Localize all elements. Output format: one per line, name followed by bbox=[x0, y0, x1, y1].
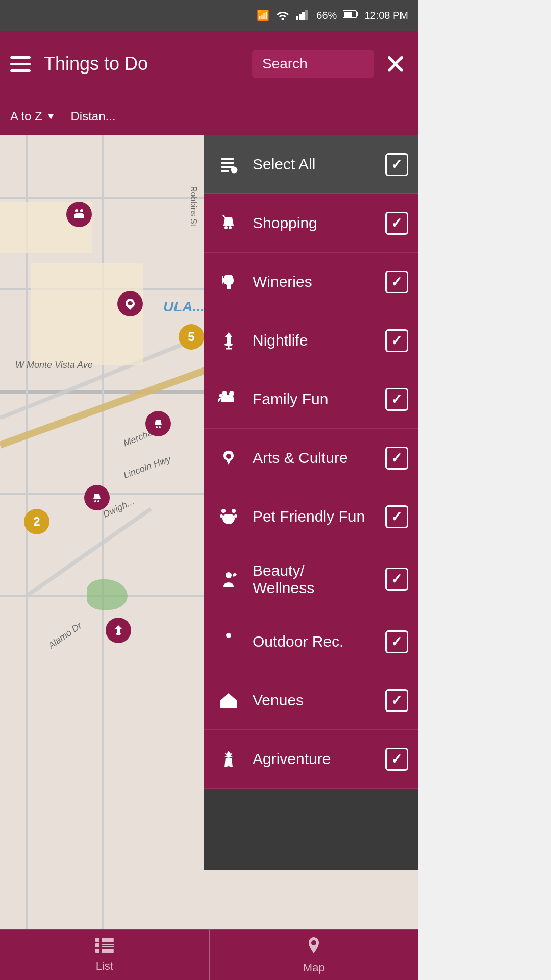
sort-bar: A to Z ▼ Distan... bbox=[0, 97, 418, 135]
page-title: Things to Do bbox=[44, 53, 244, 75]
arts-culture-checkbox[interactable] bbox=[385, 447, 408, 470]
svg-rect-15 bbox=[221, 158, 234, 160]
dropdown-item-agriventure[interactable]: Agriventure bbox=[204, 730, 418, 789]
outdoor-rec-checkbox[interactable] bbox=[385, 630, 408, 653]
pet-friendly-icon bbox=[214, 503, 242, 531]
svg-point-21 bbox=[229, 226, 232, 229]
agriventure-icon bbox=[214, 745, 242, 773]
nightlife-label: Nightlife bbox=[253, 332, 375, 349]
select-all-icon bbox=[214, 151, 242, 179]
map-pin-nightlife[interactable] bbox=[106, 618, 131, 643]
svg-point-10 bbox=[156, 426, 158, 428]
nightlife-checkbox[interactable] bbox=[385, 329, 408, 352]
family-fun-checkbox[interactable] bbox=[385, 388, 408, 411]
bottom-navigation: List Map bbox=[0, 929, 418, 980]
svg-point-14 bbox=[116, 633, 121, 635]
svg-rect-6 bbox=[344, 12, 352, 17]
map-icon bbox=[306, 936, 322, 958]
svg-rect-42 bbox=[102, 938, 114, 940]
svg-point-28 bbox=[226, 454, 231, 459]
select-all-label: Select All bbox=[253, 156, 375, 173]
battery-text: 66% bbox=[316, 10, 337, 21]
map-pin-shopping[interactable] bbox=[145, 411, 171, 436]
dropdown-item-family-fun[interactable]: Family Fun bbox=[204, 370, 418, 429]
svg-rect-44 bbox=[95, 943, 99, 947]
agriventure-checkbox[interactable] bbox=[385, 748, 408, 771]
svg-rect-37 bbox=[226, 704, 229, 708]
dropdown-item-beauty-wellness[interactable]: Beauty/ Wellness bbox=[204, 546, 418, 612]
venues-label: Venues bbox=[253, 692, 375, 709]
list-icon bbox=[95, 938, 114, 957]
map-pin-5[interactable]: 5 bbox=[179, 324, 204, 350]
tab-map[interactable]: Map bbox=[210, 929, 419, 980]
outdoor-rec-icon bbox=[214, 628, 242, 656]
svg-point-22 bbox=[224, 343, 233, 346]
svg-marker-36 bbox=[219, 693, 238, 701]
svg-rect-1 bbox=[299, 14, 302, 20]
shopping-label: Shopping bbox=[253, 214, 375, 232]
pin-number-5: 5 bbox=[188, 330, 194, 344]
svg-rect-5 bbox=[357, 12, 358, 16]
dropdown-item-venues[interactable]: Venues bbox=[204, 671, 418, 730]
svg-point-20 bbox=[224, 226, 228, 229]
map-pin-family[interactable] bbox=[66, 202, 92, 227]
dropdown-item-nightlife[interactable]: Nightlife bbox=[204, 311, 418, 370]
svg-point-13 bbox=[97, 500, 99, 502]
svg-rect-43 bbox=[102, 940, 114, 942]
dropdown-item-wineries[interactable]: Wineries bbox=[204, 253, 418, 311]
svg-point-34 bbox=[226, 633, 231, 638]
select-all-checkbox[interactable] bbox=[385, 153, 408, 176]
svg-rect-45 bbox=[102, 944, 114, 945]
agriventure-label: Agriventure bbox=[253, 750, 375, 768]
svg-point-50 bbox=[311, 940, 316, 945]
map-label: Map bbox=[303, 961, 325, 974]
svg-rect-3 bbox=[305, 10, 308, 20]
beauty-wellness-icon bbox=[214, 565, 242, 593]
dropdown-item-pet-friendly[interactable]: Pet Friendly Fun bbox=[204, 487, 418, 546]
wineries-icon bbox=[214, 268, 242, 296]
arts-culture-label: Arts & Culture bbox=[253, 449, 375, 467]
family-fun-label: Family Fun bbox=[253, 390, 375, 408]
svg-point-7 bbox=[75, 209, 78, 212]
status-bar: 📶 66% 12:08 PM bbox=[0, 0, 418, 31]
shopping-checkbox[interactable] bbox=[385, 212, 408, 235]
map-pin-2[interactable]: 2 bbox=[24, 509, 49, 534]
svg-rect-41 bbox=[95, 938, 99, 942]
svg-point-19 bbox=[231, 167, 237, 173]
pet-friendly-checkbox[interactable] bbox=[385, 505, 408, 528]
dropdown-empty-footer bbox=[204, 789, 418, 870]
wifi-icon bbox=[276, 9, 290, 22]
venues-checkbox[interactable] bbox=[385, 689, 408, 712]
sort-distance-label[interactable]: Distan... bbox=[71, 109, 116, 124]
header: Things to Do bbox=[0, 31, 418, 97]
street-label-robbins: Robbins St bbox=[189, 186, 198, 226]
pet-friendly-label: Pet Friendly Fun bbox=[253, 508, 375, 525]
svg-rect-2 bbox=[302, 12, 305, 20]
beauty-wellness-label: Beauty/ Wellness bbox=[253, 562, 375, 597]
close-button[interactable] bbox=[383, 51, 408, 77]
sort-az[interactable]: A to Z ▼ bbox=[10, 109, 56, 124]
svg-point-32 bbox=[234, 514, 237, 518]
svg-point-12 bbox=[94, 500, 96, 502]
map-pin-arts[interactable] bbox=[117, 291, 143, 316]
svg-rect-46 bbox=[102, 946, 114, 947]
search-input[interactable] bbox=[252, 50, 374, 78]
nfc-icon: 📶 bbox=[257, 9, 269, 21]
wineries-checkbox[interactable] bbox=[385, 271, 408, 293]
map-pin-shopping-2[interactable] bbox=[84, 485, 110, 510]
battery-icon bbox=[343, 10, 358, 21]
menu-button[interactable] bbox=[10, 51, 36, 77]
venues-icon bbox=[214, 687, 242, 715]
time-text: 12:08 PM bbox=[364, 10, 408, 21]
arts-culture-icon bbox=[214, 444, 242, 472]
dropdown-item-outdoor-rec[interactable]: Outdoor Rec. bbox=[204, 612, 418, 671]
beauty-wellness-checkbox[interactable] bbox=[385, 568, 408, 591]
sort-arrow-icon: ▼ bbox=[46, 111, 56, 122]
dropdown-item-arts-culture[interactable]: Arts & Culture bbox=[204, 429, 418, 487]
tab-list[interactable]: List bbox=[0, 929, 210, 980]
dropdown-item-select-all[interactable]: Select All bbox=[204, 135, 418, 194]
dropdown-item-shopping[interactable]: Shopping bbox=[204, 194, 418, 253]
shopping-icon bbox=[214, 209, 242, 237]
svg-point-29 bbox=[221, 509, 226, 513]
outdoor-rec-label: Outdoor Rec. bbox=[253, 633, 375, 650]
